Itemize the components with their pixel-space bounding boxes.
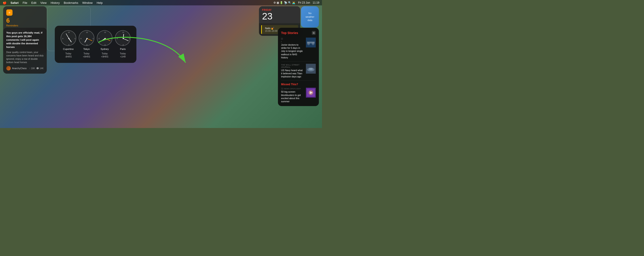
weather-no-data-text: No weather data: [304, 12, 316, 22]
menu-bar: 🍎 Safari File Edit View History Bookmark…: [0, 0, 322, 5]
calendar-header: FRIDAY 23: [259, 6, 300, 23]
news-headline: Junior doctors to strike for 5 days in J…: [281, 43, 304, 59]
svg-text:9: 9: [98, 38, 100, 39]
svg-point-13: [86, 38, 88, 39]
clock-face-sydney: 12 3 6 9: [97, 30, 112, 46]
svg-line-19: [105, 39, 110, 41]
svg-text:3: 3: [74, 38, 75, 39]
reddit-footer: AnarchyChess ↑ 16K 💬 14K: [6, 66, 44, 71]
menu-window[interactable]: Window: [82, 1, 92, 5]
reddit-sub-text: Dear quality control team, your concerns…: [6, 51, 44, 64]
svg-line-26: [123, 39, 128, 41]
news-missed-story[interactable]: ⬛ News Spotlight 50 big-screen blockbust…: [281, 88, 316, 103]
svg-text:9: 9: [62, 38, 63, 39]
svg-line-18: [102, 39, 105, 41]
menu-bookmarks[interactable]: Bookmarks: [64, 1, 78, 5]
menu-extras: ⚙ ▦ 🔋 📡 🔍 🧑‍💻: [274, 1, 296, 4]
clock-time-info: Today-8HRS: [65, 52, 72, 58]
clock-face-paris: 12 3 6 9: [115, 30, 130, 46]
news-story-content: ⓘ i Junior doctors to strike for 5 days …: [281, 38, 304, 59]
clock-city-label: Paris: [120, 48, 126, 50]
svg-text:6: 6: [105, 44, 106, 46]
svg-text:9: 9: [117, 38, 118, 39]
apple-menu[interactable]: 🍎: [3, 1, 6, 5]
menu-edit[interactable]: Edit: [31, 1, 36, 5]
svg-point-20: [105, 38, 106, 39]
menu-datetime: Fri 23 Jun 11:19: [298, 1, 319, 4]
clock-widget: 12 3 6 9 Cupertino Today-8HRS 12 3 6 9: [55, 26, 136, 63]
reminders-count: 6: [6, 18, 44, 24]
news-headline: 50 big-screen blockbusters to get excite…: [281, 90, 304, 103]
clock-time-info: Today+9HRS: [101, 52, 108, 58]
svg-text:12: 12: [122, 32, 124, 33]
svg-text:12: 12: [68, 32, 70, 33]
news-title: Top Stories: [281, 31, 298, 35]
news-story-content: ⬛ News Spotlight 50 big-screen blockbust…: [281, 88, 304, 103]
news-story-2[interactable]: THE WALL STREET JOURNAL US Navy heard wh…: [281, 64, 316, 81]
svg-line-5: [66, 34, 69, 39]
news-missed-header: Missed This?: [281, 83, 316, 86]
svg-text:6: 6: [123, 44, 124, 46]
svg-text:12: 12: [104, 32, 106, 33]
news-story-1[interactable]: ⓘ i Junior doctors to strike for 5 days …: [281, 38, 316, 62]
svg-text:9: 9: [80, 38, 82, 39]
menu-history[interactable]: History: [50, 1, 60, 5]
news-info-badge: ⓘ: [281, 38, 304, 40]
svg-text:6: 6: [86, 44, 88, 46]
clock-city-label: Tokyo: [84, 48, 90, 50]
news-thumbnail: [306, 88, 316, 98]
avatar: [6, 66, 11, 71]
news-source-sub: ⬛ News Spotlight: [281, 88, 304, 90]
svg-text:3: 3: [111, 38, 112, 39]
svg-line-11: [85, 39, 87, 42]
menu-bar-right: ⚙ ▦ 🔋 📡 🔍 🧑‍💻 Fri 23 Jun 11:19: [274, 1, 319, 4]
menu-bar-left: 🍎 Safari File Edit View History Bookmark…: [3, 1, 103, 5]
reddit-comments: 💬 14K: [36, 67, 44, 70]
svg-text:3: 3: [129, 38, 130, 39]
reddit-main-text: You guys are officially mad, if this pos…: [6, 31, 44, 49]
svg-line-4: [69, 39, 71, 42]
reddit-upvotes: ↑ 16K: [29, 67, 35, 70]
app-name[interactable]: Safari: [10, 1, 18, 5]
clock-sydney: 12 3 6 9 Sydney Today+9HRS: [97, 30, 112, 58]
svg-point-6: [68, 38, 69, 39]
news-thumbnail: [306, 64, 316, 74]
clock-city-label: Cupertino: [63, 48, 74, 50]
news-source: i: [281, 41, 304, 43]
weather-widget: No weather data: [301, 6, 319, 28]
reminders-header: ≡: [6, 10, 44, 16]
svg-line-25: [123, 34, 124, 39]
news-widget: Top Stories N ⓘ i Junior doctors to stri…: [278, 28, 319, 106]
menu-file[interactable]: File: [22, 1, 27, 5]
svg-point-34: [312, 43, 314, 45]
svg-text:N: N: [313, 32, 314, 34]
reddit-username[interactable]: AnarchyChess: [12, 67, 26, 70]
svg-rect-37: [309, 68, 312, 70]
clock-face-tokyo: 12 3 6 9: [79, 30, 94, 46]
clock-tokyo: 12 3 6 9 Tokyo Today+8HRS: [79, 30, 94, 58]
svg-text:6: 6: [68, 44, 69, 46]
menu-view[interactable]: View: [40, 1, 47, 5]
reminders-icon: ≡: [6, 10, 12, 16]
reddit-stats: ↑ 16K 💬 14K: [29, 67, 44, 70]
news-header: Top Stories N: [281, 31, 316, 35]
menu-help[interactable]: Help: [96, 1, 103, 5]
news-headline: US Navy heard what it believed was Titan…: [281, 69, 304, 78]
calendar-date: 23: [262, 11, 297, 22]
news-thumbnail: [306, 38, 316, 48]
svg-point-33: [307, 43, 310, 45]
svg-point-27: [123, 38, 124, 39]
news-source: THE WALL STREET JOURNAL: [281, 64, 304, 68]
clock-paris: 12 3 6 9 Paris Today+1HR: [115, 30, 130, 58]
clock-cupertino: 12 3 6 9 Cupertino Today-8HRS: [60, 30, 76, 58]
news-story-content: THE WALL STREET JOURNAL US Navy heard wh…: [281, 64, 304, 78]
clock-time-info: Today+8HRS: [83, 52, 90, 58]
apple-news-icon: N: [312, 31, 316, 35]
svg-text:12: 12: [86, 32, 88, 33]
svg-text:3: 3: [92, 38, 94, 39]
reminders-label: Reminders: [6, 24, 44, 27]
svg-line-12: [87, 39, 92, 41]
clock-time-info: Today+1HR: [120, 52, 126, 58]
reddit-widget: You guys are officially mad, if this pos…: [3, 28, 47, 74]
clock-face-cupertino: 12 3 6 9: [60, 30, 76, 46]
